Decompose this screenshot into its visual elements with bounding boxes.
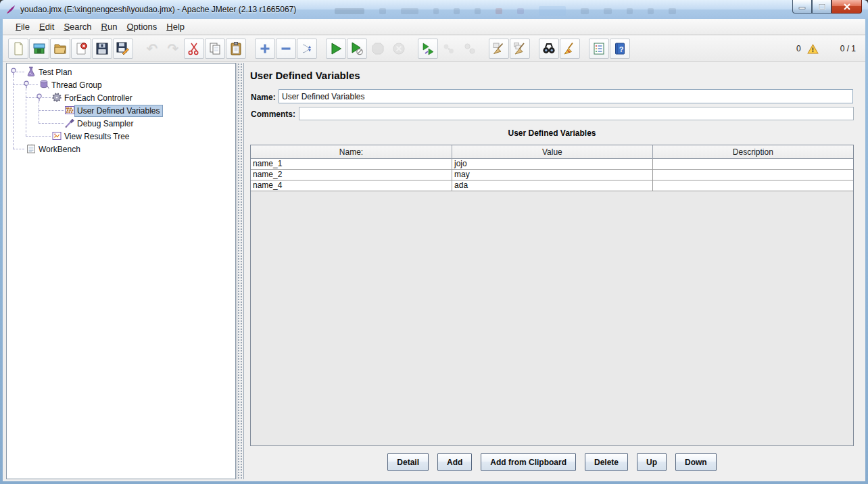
clear-button[interactable] [489, 39, 509, 59]
shutdown-icon [391, 41, 406, 56]
toolbar-separator [318, 39, 326, 59]
copy-button[interactable] [205, 39, 225, 59]
table-cell[interactable] [653, 180, 853, 191]
help-button[interactable]: ? [610, 39, 630, 59]
shutdown-button [389, 39, 409, 59]
stop-button [368, 39, 388, 59]
column-header-name: Name: [251, 145, 452, 159]
table-cell[interactable] [653, 159, 853, 170]
tree-expand-handle[interactable] [10, 68, 17, 76]
menu-options[interactable]: Options [122, 20, 162, 34]
table-cell[interactable]: name_4 [251, 180, 452, 191]
menu-help[interactable]: Help [162, 20, 189, 34]
new-file-button[interactable] [8, 39, 28, 59]
search-reset-icon [562, 41, 577, 56]
templates-icon [32, 41, 47, 56]
menu-edit[interactable]: Edit [34, 20, 59, 34]
tree-item-debug-sampler[interactable]: Debug Sampler [7, 117, 235, 130]
active-threads-count: 0 / 1 [840, 44, 856, 53]
jmeter-window: youdao.jmx (E:\xingnengceshi\youdao.jmx)… [0, 0, 868, 484]
toggle-button[interactable] [297, 39, 317, 59]
tree-item-thread-group[interactable]: Thread Group [7, 78, 235, 91]
tree-item-label: ForEach Controller [62, 92, 135, 104]
window-controls [792, 0, 862, 14]
function-helper-icon [592, 41, 606, 56]
table-cell[interactable]: may [452, 170, 653, 180]
menu-run[interactable]: Run [97, 20, 122, 34]
copy-icon [208, 41, 222, 56]
search-icon [541, 41, 556, 56]
function-helper-button[interactable] [589, 39, 609, 59]
split-pane-divider[interactable] [237, 63, 244, 479]
toolbar-separator [410, 39, 418, 59]
name-input[interactable] [279, 89, 853, 103]
remote-start-all-button[interactable] [418, 39, 438, 59]
close-button[interactable] [831, 0, 862, 14]
maximize-button[interactable] [812, 0, 831, 14]
up-button[interactable]: Up [637, 453, 667, 471]
debug-sampler-icon [64, 118, 75, 128]
table-cell[interactable]: ada [452, 180, 653, 191]
close-file-button[interactable] [71, 39, 91, 59]
minimize-button[interactable] [792, 0, 812, 14]
cut-button[interactable] [184, 39, 204, 59]
start-icon [329, 41, 343, 56]
expand-all-icon [258, 41, 272, 56]
add-button[interactable]: Add [437, 453, 472, 471]
comments-input[interactable] [299, 107, 854, 120]
start-button[interactable] [326, 39, 346, 59]
close-file-icon [74, 41, 89, 56]
paste-button[interactable] [226, 39, 246, 59]
user-defined-variables-icon [64, 105, 75, 116]
toolbar-separator [481, 39, 489, 59]
start-no-pauses-icon [349, 41, 364, 56]
svg-text:?: ? [619, 45, 624, 53]
new-file-icon [11, 41, 26, 56]
search-reset-button[interactable] [560, 39, 580, 59]
menu-search[interactable]: Search [59, 20, 96, 34]
title-bar: youdao.jmx (E:\xingnengceshi\youdao.jmx)… [0, 0, 868, 19]
delete-button[interactable]: Delete [585, 453, 628, 471]
redo-button: ↷ [163, 39, 183, 59]
window-title: youdao.jmx (E:\xingnengceshi\youdao.jmx)… [20, 5, 296, 14]
start-no-pauses-button[interactable] [347, 39, 367, 59]
panel-title: User Defined Variables [250, 70, 360, 81]
clear-icon [491, 41, 506, 56]
cut-icon [187, 41, 201, 56]
tree-item-label: WorkBench [36, 143, 83, 155]
tree-item-view-results-tree[interactable]: View Results Tree [7, 130, 235, 143]
help-icon: ? [612, 41, 627, 56]
tree-item-label: Thread Group [49, 79, 105, 91]
tree-item-user-defined-variables[interactable]: User Defined Variables [7, 104, 235, 117]
down-button[interactable]: Down [675, 453, 717, 471]
tree-item-workbench[interactable]: WorkBench [7, 143, 235, 155]
tree-item-test-plan[interactable]: Test Plan [7, 66, 235, 78]
expand-all-button[interactable] [255, 39, 275, 59]
save-button[interactable] [92, 39, 112, 59]
add-from-clipboard-button[interactable]: Add from Clipboard [481, 453, 576, 471]
tree-expand-handle[interactable] [23, 80, 30, 89]
warning-icon [807, 44, 819, 54]
foreach-controller-icon [51, 92, 62, 103]
column-header-description: Description [653, 145, 853, 159]
tree-item-foreach-controller[interactable]: ForEach Controller [7, 91, 235, 104]
clear-all-button[interactable] [510, 39, 530, 59]
error-count: 0 [796, 44, 801, 53]
test-plan-tree: Test PlanThread GroupForEach ControllerU… [6, 63, 236, 479]
collapse-all-button[interactable] [276, 39, 296, 59]
menu-file[interactable]: File [11, 20, 34, 34]
table-cell[interactable]: name_1 [251, 159, 452, 170]
menu-bar: FileEditSearchRunOptionsHelp [3, 19, 865, 35]
search-button[interactable] [539, 39, 559, 59]
detail-button[interactable]: Detail [387, 453, 429, 471]
table-cell[interactable]: jojo [452, 159, 653, 170]
table-cell[interactable] [653, 170, 853, 180]
save-as-button[interactable] [113, 39, 133, 59]
open-file-button[interactable] [50, 39, 70, 59]
thread-group-icon [39, 79, 49, 90]
table-cell[interactable]: name_2 [251, 170, 452, 180]
tree-expand-handle[interactable] [36, 93, 43, 101]
faded-overlay-icons [335, 6, 676, 16]
templates-button[interactable] [29, 39, 49, 59]
remote-stop-all-button [439, 39, 459, 59]
